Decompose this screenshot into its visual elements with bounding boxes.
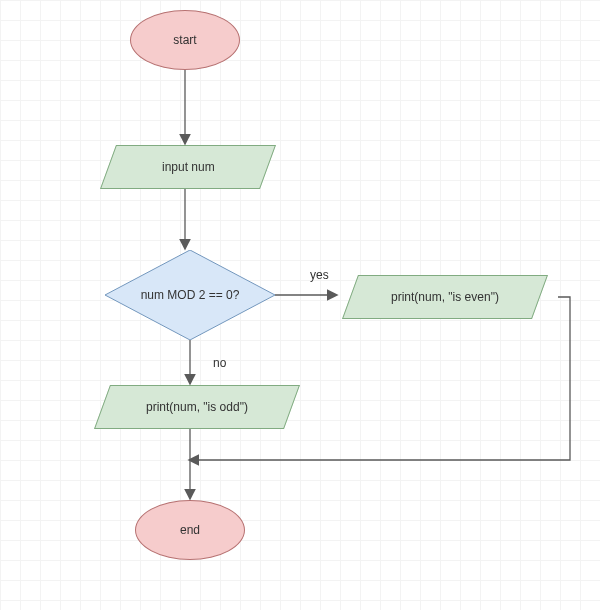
start-node: start: [130, 10, 240, 70]
end-node: end: [135, 500, 245, 560]
even-label: print(num, "is even"): [391, 290, 499, 304]
decision-node: num MOD 2 == 0?: [105, 250, 275, 340]
start-label: start: [173, 33, 196, 47]
input-node: input num: [100, 145, 276, 189]
odd-label: print(num, "is odd"): [146, 400, 248, 414]
even-node: print(num, "is even"): [342, 275, 548, 319]
input-label: input num: [162, 160, 215, 174]
edge-yes-label: yes: [310, 268, 329, 282]
end-label: end: [180, 523, 200, 537]
edge-no-label: no: [213, 356, 226, 370]
flowchart-canvas: start input num num MOD 2 == 0? print(nu…: [0, 0, 600, 610]
decision-label: num MOD 2 == 0?: [141, 288, 240, 302]
decision-label-wrap: num MOD 2 == 0?: [105, 250, 275, 340]
odd-node: print(num, "is odd"): [94, 385, 300, 429]
